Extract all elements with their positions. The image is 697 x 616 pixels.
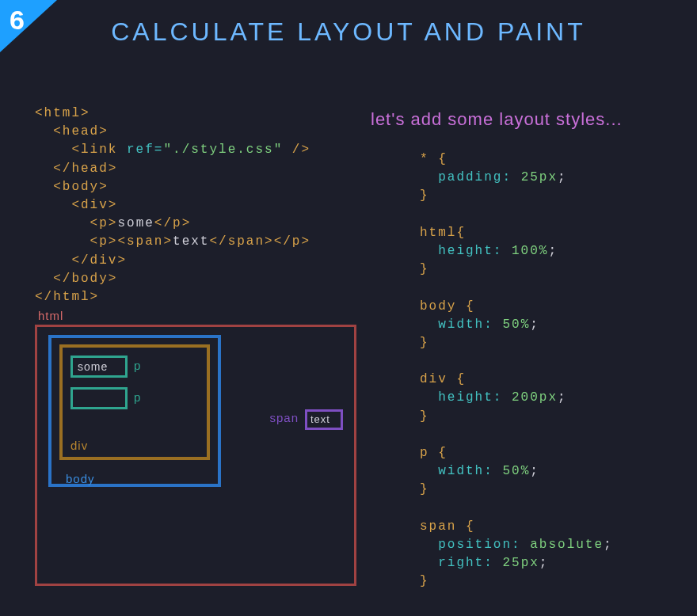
label-p-1: p (134, 359, 141, 372)
p1-text: some (78, 360, 108, 373)
label-p-2: p (134, 390, 141, 404)
layout-diagram: html body div some p p span text (35, 309, 360, 594)
label-body: body (66, 472, 95, 485)
box-span: text (305, 409, 343, 430)
box-div: div some p p (59, 344, 210, 460)
label-html: html (38, 309, 63, 322)
css-subheading: let's add some layout styles... (371, 109, 623, 130)
box-body: body div some p p (48, 335, 221, 487)
html-code-block: <html> <head> <link ref="./style.css" />… (35, 105, 310, 306)
page-title: CALCULATE LAYOUT AND PAINT (0, 17, 697, 47)
label-div: div (70, 439, 88, 452)
box-html: body div some p p span text (35, 325, 356, 586)
box-p-2 (70, 387, 128, 409)
css-code-block: * { padding: 25px;} html{ height: 100%;}… (420, 150, 613, 591)
box-p-1: some (70, 356, 128, 378)
label-span: span (269, 411, 299, 424)
span-text: text (310, 413, 330, 425)
